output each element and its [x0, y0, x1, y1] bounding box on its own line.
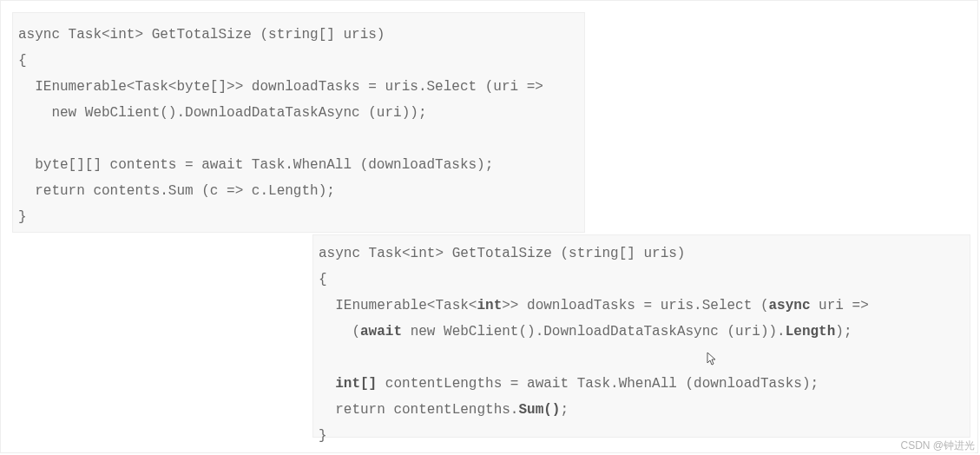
code-frag: ); — [835, 324, 852, 340]
code-bold: await — [360, 324, 402, 340]
code-line: byte[][] contents = await Task.WhenAll (… — [18, 157, 493, 173]
code-line: int[] contentLengths = await Task.WhenAl… — [319, 376, 819, 392]
code-bold: Sum() — [518, 402, 560, 418]
code-line: (await new WebClient().DownloadDataTaskA… — [319, 324, 852, 340]
code-frag: ( — [319, 324, 360, 340]
code-frag: return contentLengths. — [319, 402, 518, 418]
code-bold: Length — [786, 324, 836, 340]
code-bold: async — [769, 298, 811, 313]
code-line: IEnumerable<Task<int>> downloadTasks = u… — [319, 298, 869, 313]
code-line: async Task<int> GetTotalSize (string[] u… — [18, 27, 385, 43]
code-line: IEnumerable<Task<byte[]>> downloadTasks … — [18, 79, 543, 95]
code-bold: int[] — [335, 376, 377, 392]
code-frag: >> downloadTasks = uris.Select ( — [502, 298, 768, 313]
code-line: } — [319, 428, 327, 444]
code-bold: int — [477, 298, 502, 313]
code-frag — [319, 376, 335, 392]
code-line: return contentLengths.Sum(); — [319, 402, 569, 418]
code-line: new WebClient().DownloadDataTaskAsync (u… — [18, 105, 426, 121]
code-block-1: async Task<int> GetTotalSize (string[] u… — [12, 12, 585, 233]
code-frag: uri => — [811, 298, 869, 313]
code-frag: contentLengths = await Task.WhenAll (dow… — [377, 376, 819, 392]
code-line: { — [18, 53, 27, 69]
watermark-text: CSDN @钟进光 — [900, 439, 975, 453]
code-line: return contents.Sum (c => c.Length); — [18, 183, 335, 199]
code-block-2: async Task<int> GetTotalSize (string[] u… — [312, 234, 970, 438]
code-frag: new WebClient().DownloadDataTaskAsync (u… — [402, 324, 786, 340]
code-line: { — [319, 272, 327, 287]
code-line: async Task<int> GetTotalSize (string[] u… — [319, 246, 685, 261]
code-line: } — [18, 209, 27, 225]
code-frag: IEnumerable<Task< — [319, 298, 477, 313]
code-frag: ; — [560, 402, 569, 418]
